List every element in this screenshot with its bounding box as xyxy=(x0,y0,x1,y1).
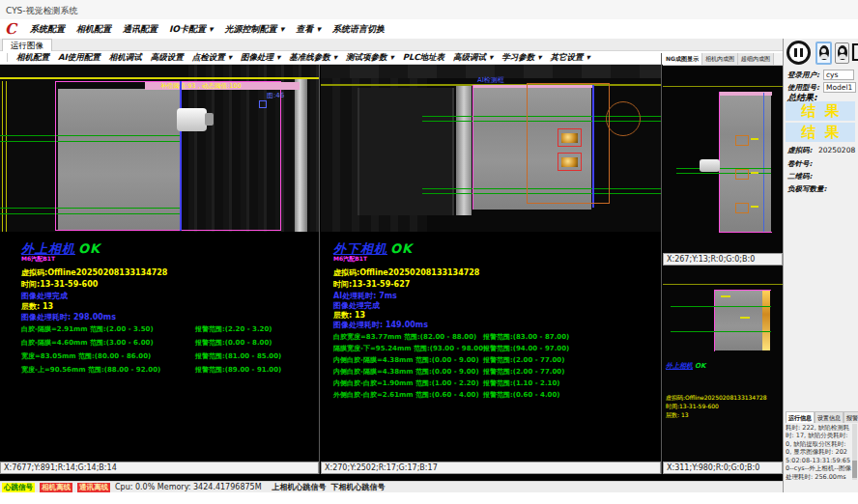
toolbar-plc-address-table[interactable]: PLC地址表 xyxy=(403,52,444,64)
toolbar-camera-config[interactable]: 相机配置 xyxy=(16,52,49,64)
bright-gap xyxy=(295,78,307,232)
ai-mark-box xyxy=(735,169,749,180)
menu-item-view[interactable]: 查看 ▾ xyxy=(296,23,321,36)
measurement-text: 宽度-上=90.56mm 范围:(88.00 - 92.00) xyxy=(21,366,160,374)
bright-gap xyxy=(456,86,472,215)
menu-item-language-switch[interactable]: 系统语言切换 xyxy=(332,23,385,36)
toolbar-advanced-debug[interactable]: 高级调试 ▾ xyxy=(453,52,493,64)
connector-part xyxy=(177,108,207,131)
overlay-blue-line xyxy=(180,81,182,231)
result-box-top: 结果 xyxy=(786,101,855,121)
app-window: CYS-视觉检测系统 C 系统配置 相机配置 通讯配置 IO卡配置 ▾ 光源控制… xyxy=(0,0,858,504)
camera-name: 外上相机 xyxy=(666,362,693,370)
overlay-olive-line xyxy=(663,86,783,87)
layers-line: 层数: 13 xyxy=(21,301,53,312)
measurement-text: 白胶-隔膜=2.91mm 范围:(2.00 - 3.50) xyxy=(21,325,154,333)
fixture-block xyxy=(358,88,454,215)
measurement-row: 宽度-上=90.56mm 范围:(88.00 - 92.00) 报警范围:(89… xyxy=(21,365,160,375)
ng-bottom-image-view[interactable]: 外上相机OK 虚拟码:Offline20250208133134728 时间:1… xyxy=(663,266,783,462)
menu-item-camera-config[interactable]: 相机配置 xyxy=(76,23,111,36)
barcode-line: 虚拟码:Offline20250208133134728 xyxy=(333,267,479,278)
overlay-green-line xyxy=(671,331,771,332)
down-camera-heartbeat-text: 下相机心跳信号 xyxy=(331,482,386,492)
measurement-row: 白胶-隔膜=4.60mm 范围:(3.00 - 6.00) 报警范围:(0.00… xyxy=(21,338,154,348)
toolbar-ai-usage-config[interactable]: AI使用配置 xyxy=(58,52,100,64)
defect-box xyxy=(558,128,582,147)
status-ok: OK xyxy=(390,241,413,256)
model-select[interactable]: Model1 xyxy=(823,82,856,93)
barcode-line: 虚拟码:Offline20250208133134728 xyxy=(666,394,780,403)
menu-item-light-config[interactable]: 光源控制配置 ▾ xyxy=(225,23,285,36)
toolbar-learning-params[interactable]: 学习参数 ▾ xyxy=(501,52,541,64)
pause-button[interactable] xyxy=(786,41,811,65)
ng-top-image-view[interactable] xyxy=(663,66,783,253)
elapsed-line: 图像处理耗时: 298.00ms xyxy=(21,312,116,322)
log-scrollbar-thumb[interactable] xyxy=(852,461,857,478)
middle-camera-image-view[interactable]: AI检测框 xyxy=(321,65,661,232)
time-line: 时间:13-31-59-600 xyxy=(666,403,719,411)
ng-tab-fine-image[interactable]: 超细内成图 xyxy=(738,53,774,65)
measurement-text: 内侧白胶-隔膜=4.38mm 范围:(0.00 - 9.00) xyxy=(333,368,479,376)
status-bar: 心跳信号 相机离线 通讯离线 Cpu: 0.0% Memory: 3424.41… xyxy=(0,481,783,492)
alarm-range-text: 报警范围:(2.00 - 77.00) xyxy=(483,367,564,377)
process-done-line: 图像处理完成 xyxy=(21,291,68,301)
ng-bottom-coords-strip: X:311;Y:980;R:0;G:0;B:0 xyxy=(663,462,783,474)
ng-tab-display[interactable]: NG成图显示 xyxy=(663,53,702,65)
user-switch-button[interactable] xyxy=(835,42,849,64)
overlay-yellow-tick xyxy=(740,317,750,319)
ng-tab-camera-image[interactable]: 相机内成图 xyxy=(702,53,738,65)
toolbar-camera-debug[interactable]: 相机调试 xyxy=(109,52,142,64)
overlay-magenta-line xyxy=(472,85,473,210)
tab-run-image[interactable]: 运行图像 xyxy=(2,39,52,51)
time-line: 时间:13-31-59-627 xyxy=(333,279,410,290)
toolbar-other-settings[interactable]: 其它设置 ▾ xyxy=(551,52,590,64)
log-scrollbar[interactable] xyxy=(852,424,857,480)
overlay-orange-circle xyxy=(606,101,641,136)
app-logo-icon: C xyxy=(5,20,16,38)
info-tab-settings[interactable]: 设置信息 xyxy=(815,411,844,423)
overlay-yellow-tick xyxy=(751,172,758,174)
overlay-magenta-line xyxy=(714,290,771,291)
alarm-range-text: 报警范围:(81.00 - 85.00) xyxy=(195,351,281,361)
run-log-text[interactable]: 耗时: 222, 缺陷检测耗时: 17, 缺陷分类耗时: 0, 缺陷提取分区耗时… xyxy=(786,424,852,480)
user-login-button[interactable] xyxy=(815,42,832,65)
measurement-row: 外侧白胶-白胶=2.61mm 范围:(0.60 - 4.00) 报警范围:(0.… xyxy=(333,390,479,400)
measurement-row: 白胶-隔膜=2.91mm 范围:(2.00 - 3.50) 报警范围:(2.20… xyxy=(21,324,154,334)
threshold-label: 补偿阈值:93，动态阈值:100 xyxy=(160,82,242,90)
frame-label: 图:46 xyxy=(267,91,284,100)
ai-mark-box xyxy=(735,203,749,213)
measurement-row: 内侧白胶-隔膜=4.38mm 范围:(0.00 - 9.00) 报警范围:(2.… xyxy=(333,355,479,365)
defect-blob xyxy=(561,157,578,167)
measurement-row: 隔膜宽度-下=95.24mm 范围:(93.00 - 98.00) 报警范围:(… xyxy=(333,344,486,353)
status-ok: OK xyxy=(78,241,100,256)
defect-blob xyxy=(561,133,578,143)
toolbar-grip xyxy=(7,53,8,62)
camera-offline-badge: 相机离线 xyxy=(40,483,72,492)
overlay-yellow-tick xyxy=(751,138,758,140)
toolbar-baseline-params[interactable]: 基准线参数 ▾ xyxy=(289,52,337,64)
main-tab-row: 运行图像 xyxy=(0,39,783,51)
menu-bar: C 系统配置 相机配置 通讯配置 IO卡配置 ▾ 光源控制配置 ▾ 查看 ▾ 系… xyxy=(0,19,858,39)
menu-item-comm-config[interactable]: 通讯配置 xyxy=(123,23,157,36)
login-user-label: 登录用户: xyxy=(787,70,819,80)
bright-edge xyxy=(762,291,770,350)
cpu-memory-text: Cpu: 0.0% Memory: 3424.41796875M xyxy=(115,483,262,491)
toolbar-image-processing[interactable]: 图像处理 ▾ xyxy=(241,52,280,64)
info-tab-bar: 运行信息 设置信息 报警信息 xyxy=(786,411,858,423)
toolbar-test-params[interactable]: 测试项参数 ▾ xyxy=(346,52,394,64)
exit-door-icon xyxy=(851,42,858,62)
info-tab-alarm[interactable]: 报警信息 xyxy=(844,411,858,423)
left-camera-image-view[interactable]: 补偿阈值:93，动态阈值:100 图:46 xyxy=(0,65,319,232)
panel-separator xyxy=(661,53,662,474)
toolbar-spotcheck-settings[interactable]: 点检设置 ▾ xyxy=(192,52,232,64)
toolbar-advanced-settings[interactable]: 高级设置 xyxy=(151,52,184,64)
menu-item-system-config[interactable]: 系统配置 xyxy=(30,23,65,36)
overlay-yellow-tick xyxy=(721,295,730,297)
exit-button[interactable] xyxy=(851,42,858,64)
window-title: CYS-视觉检测系统 xyxy=(6,5,78,17)
info-tab-run[interactable]: 运行信息 xyxy=(786,411,815,423)
measurement-text: 内侧白胶-隔膜=4.38mm 范围:(0.00 - 9.00) xyxy=(333,356,479,364)
menu-item-io-config[interactable]: IO卡配置 ▾ xyxy=(169,23,214,36)
alarm-range-text: 报警范围:(1.10 - 2.10) xyxy=(483,378,560,388)
barcode-value: 20250208 xyxy=(818,146,855,154)
